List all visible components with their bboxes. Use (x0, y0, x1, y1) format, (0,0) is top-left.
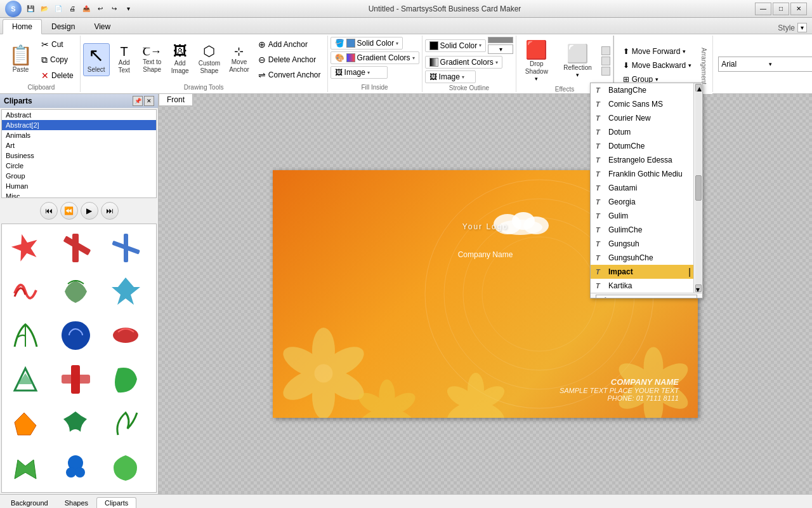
drop-shadow-dropdown[interactable]: ▾ (535, 76, 538, 82)
font-item-estrangelo[interactable]: T Estrangelo Edessa (591, 153, 693, 167)
restore-button[interactable]: □ (773, 3, 789, 15)
clipart-item-4[interactable] (4, 271, 46, 312)
font-item-gungsuh[interactable]: T Gungsuh (591, 237, 693, 251)
clipart-item-9[interactable] (105, 315, 147, 357)
move-forward-button[interactable]: ⬆ Move Forward ▾ (619, 45, 695, 58)
category-item-abstract2[interactable]: Abstract[2] (2, 120, 156, 130)
text-to-shape-button[interactable]: Ꞇ→ Text toShape (139, 43, 166, 76)
redo-button[interactable]: ↪ (108, 3, 121, 15)
panel-close-button[interactable]: ✕ (144, 96, 154, 106)
clipart-item-1[interactable] (4, 227, 46, 269)
reflection-button[interactable]: ⬜ Reflection ▾ (558, 41, 597, 81)
category-list[interactable]: Abstract Abstract[2] Animals Art Busines… (1, 109, 157, 198)
font-item-franklin[interactable]: T Franklin Gothic Mediu (591, 167, 693, 181)
copy-button[interactable]: ⧉ Copy (37, 53, 77, 67)
effect-option-3[interactable] (601, 67, 610, 76)
move-backward-dropdown[interactable]: ▾ (688, 62, 691, 69)
fill-solid-color-button[interactable]: 🪣 Solid Color ▾ (331, 37, 403, 50)
group-dropdown[interactable]: ▾ (655, 76, 658, 83)
font-item-gulimche[interactable]: T GulimChe (591, 223, 693, 237)
font-item-gungsuhche[interactable]: T GungsuhChe (591, 251, 693, 265)
move-anchor-button[interactable]: ⊹ MoveAnchor (225, 43, 253, 76)
move-forward-dropdown[interactable]: ▾ (683, 48, 686, 55)
clipart-item-10[interactable] (4, 359, 46, 401)
font-item-comic-sans[interactable]: T Comic Sans MS (591, 97, 693, 111)
add-image-button[interactable]: 🖼 AddImage (167, 42, 193, 77)
font-item-kartika[interactable]: T Kartika (591, 279, 693, 293)
category-item-circle[interactable]: Circle (2, 161, 156, 171)
paste-button[interactable]: 📋 Paste (5, 43, 36, 76)
export-button[interactable]: 📤 (80, 3, 93, 15)
drop-shadow-button[interactable]: 🟥 DropShadow ▾ (519, 37, 554, 84)
tab-design[interactable]: Design (42, 19, 84, 34)
category-item-abstract[interactable]: Abstract (2, 110, 156, 120)
clipart-item-17[interactable] (55, 447, 96, 489)
font-item-gulim[interactable]: T Gulim (591, 209, 693, 223)
nav-next-button[interactable]: ⏭ (101, 202, 119, 220)
clipart-item-7[interactable] (4, 315, 46, 357)
clipart-item-13[interactable] (4, 403, 46, 444)
undo-button[interactable]: ↩ (94, 3, 107, 15)
fill-image-button[interactable]: 🖼 Image ▾ (331, 66, 388, 79)
select-tool-button[interactable]: ↖ Select (83, 43, 110, 76)
cut-button[interactable]: ✂ Cut (37, 37, 77, 51)
font-item-impact[interactable]: T Impact | (591, 265, 693, 279)
delete-button[interactable]: ✕ Delete (37, 69, 77, 83)
add-anchor-button[interactable]: ⊕ Add Anchor (254, 37, 325, 51)
clipart-item-18[interactable] (105, 447, 147, 489)
quick-access-dropdown[interactable]: ▾ (122, 3, 134, 15)
convert-anchor-button[interactable]: ⇌ Convert Anchor (254, 68, 325, 82)
scroll-down-button[interactable]: ▾ (695, 284, 702, 292)
custom-shape-button[interactable]: ⬡ CustomShape (195, 42, 224, 77)
fill-gradient-button[interactable]: 🎨 Gradient Colors ▾ (331, 51, 419, 64)
tab-background[interactable]: Background (3, 497, 56, 508)
stroke-image-button[interactable]: 🖼 Image ▾ (425, 70, 476, 83)
panel-pin-button[interactable]: 📌 (133, 96, 143, 106)
tab-cliparts[interactable]: Cliparts (96, 497, 136, 508)
nav-prev-button[interactable]: ⏪ (60, 202, 78, 220)
font-name-dropdown[interactable]: Arial ▾ (718, 57, 812, 72)
tab-view[interactable]: View (84, 19, 120, 34)
clipart-item-11[interactable] (55, 359, 96, 401)
font-item-georgia[interactable]: T Georgia (591, 195, 693, 209)
reflection-dropdown[interactable]: ▾ (576, 72, 579, 78)
category-item-human[interactable]: Human (2, 181, 156, 191)
category-item-group[interactable]: Group (2, 171, 156, 181)
stroke-width-dropdown[interactable]: ▾ (488, 44, 513, 54)
clipart-item-6[interactable] (105, 271, 147, 312)
category-item-art[interactable]: Art (2, 140, 156, 150)
effect-option-1[interactable] (601, 46, 610, 55)
font-item-batangche[interactable]: T BatangChe (591, 83, 693, 97)
save-button[interactable]: 💾 (24, 3, 37, 15)
clipart-item-5[interactable] (55, 271, 96, 312)
clipart-item-16[interactable] (4, 447, 46, 489)
nav-play-button[interactable]: ▶ (81, 202, 98, 220)
add-text-button[interactable]: T AddText (111, 43, 138, 77)
font-item-courier-new[interactable]: T Courier New (591, 111, 693, 125)
font-item-dotumche[interactable]: T DotumChe (591, 139, 693, 153)
print-button[interactable]: 🖨 (66, 3, 79, 15)
new-button[interactable]: 📄 (52, 3, 65, 15)
nav-first-button[interactable]: ⏮ (40, 202, 58, 220)
minimize-button[interactable]: — (755, 3, 771, 15)
clipart-item-12[interactable] (105, 359, 147, 401)
stroke-solid-color-button[interactable]: Solid Color ▾ (425, 39, 487, 52)
clipart-item-2[interactable] (55, 227, 96, 269)
font-item-dotum[interactable]: T Dotum (591, 125, 693, 139)
clipart-item-8[interactable] (55, 315, 96, 357)
tab-shapes[interactable]: Shapes (56, 497, 96, 508)
font-dropdown-list[interactable]: T BatangChe T Comic Sans MS T Courier Ne… (590, 83, 703, 298)
stroke-gradient-button[interactable]: Gradient Colors ▾ (425, 56, 502, 69)
font-item-gautami[interactable]: T Gautami (591, 181, 693, 195)
clipart-item-3[interactable] (105, 227, 147, 269)
scroll-thumb[interactable] (695, 175, 702, 201)
tab-home[interactable]: Home (3, 19, 42, 34)
move-backward-button[interactable]: ⬇ Move Backward ▾ (619, 59, 695, 72)
category-item-animals[interactable]: Animals (2, 130, 156, 140)
font-list-scrollbar[interactable]: ▲ ▾ (693, 83, 702, 293)
scroll-up-button[interactable]: ▲ (695, 84, 702, 91)
category-item-misc[interactable]: Misc (2, 191, 156, 198)
font-search-input[interactable] (596, 295, 697, 298)
style-dropdown[interactable]: ▾ (797, 23, 807, 32)
clipart-item-15[interactable] (105, 403, 147, 444)
